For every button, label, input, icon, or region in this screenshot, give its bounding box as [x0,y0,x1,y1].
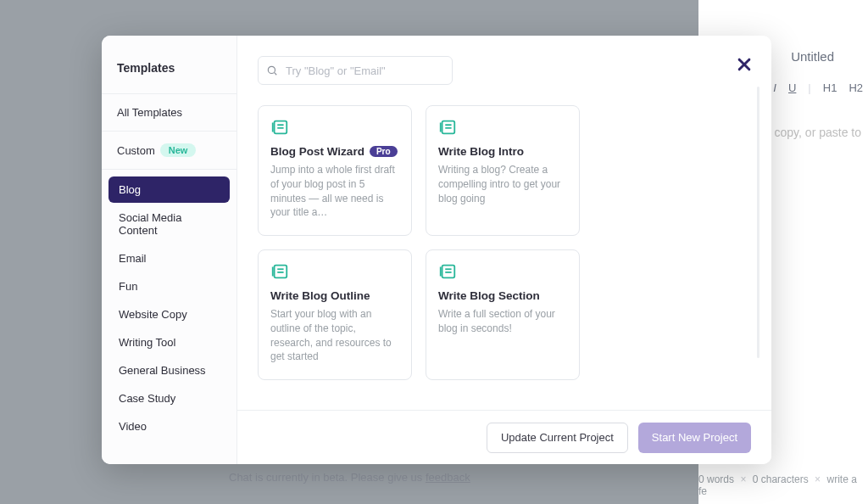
divider: | [808,81,810,94]
card-desc: Writing a blog? Create a compelling intr… [438,163,567,205]
sidebar-item-custom[interactable]: Custom New [102,132,236,169]
close-button[interactable] [736,56,753,73]
template-cards: Blog Post Wizard Pro Jump into a whole f… [258,105,746,380]
feedback-link[interactable]: feedback [426,471,470,484]
search-input[interactable] [258,56,453,85]
beta-note: Chat is currently in beta. Please give u… [229,471,470,484]
card-title: Blog Post Wizard [270,145,364,158]
search-icon [266,64,278,76]
status-bar: 0 words × 0 characters × write a fe [698,473,861,497]
card-title: Write Blog Outline [270,289,370,302]
format-toolbar: I U | H1 H2 [773,81,868,94]
char-count: 0 characters [753,473,809,485]
editor-hint: g, copy, or paste to [761,126,861,139]
template-icon [438,262,567,281]
category-fun[interactable]: Fun [108,273,230,300]
category-writing[interactable]: Writing Tool [108,329,230,356]
card-title: Write Blog Intro [438,145,524,158]
sidebar-title: Templates [102,56,236,93]
card-title: Write Blog Section [438,289,540,302]
underline-icon[interactable]: U [788,81,796,94]
svg-point-0 [268,66,275,73]
svg-line-1 [275,73,277,76]
template-card[interactable]: Write Blog Section Write a full section … [426,249,580,380]
template-card[interactable]: Write Blog Outline Start your blog with … [258,249,412,380]
template-icon [438,118,567,137]
modal-main: Blog Post Wizard Pro Jump into a whole f… [237,36,771,464]
category-video[interactable]: Video [108,413,230,440]
sidebar-item-label: All Templates [117,106,182,119]
update-project-button[interactable]: Update Current Project [487,423,628,453]
sidebar-item-all[interactable]: All Templates [102,94,236,132]
card-desc: Jump into a whole first draft of your bl… [270,163,399,220]
italic-icon[interactable]: I [773,81,776,94]
doc-title: Untitled [791,49,834,64]
templates-modal: Templates All Templates Custom New Blog … [102,36,771,464]
h2-button[interactable]: H2 [849,81,863,94]
modal-footer: Update Current Project Start New Project [237,410,771,464]
category-website[interactable]: Website Copy [108,301,230,328]
card-desc: Start your blog with an outline of the t… [270,307,399,364]
search-wrap [258,56,453,85]
template-icon [270,262,399,281]
h1-button[interactable]: H1 [823,81,837,94]
category-business[interactable]: General Business [108,357,230,384]
category-list: Blog Social Media Content Email Fun Webs… [102,170,236,448]
sidebar: Templates All Templates Custom New Blog … [102,36,237,464]
template-card[interactable]: Write Blog Intro Writing a blog? Create … [426,105,580,236]
category-blog[interactable]: Blog [108,176,230,203]
category-social[interactable]: Social Media Content [108,204,230,244]
template-card[interactable]: Blog Post Wizard Pro Jump into a whole f… [258,105,412,236]
card-desc: Write a full section of your blog in sec… [438,307,567,336]
sidebar-item-label: Custom [117,144,155,157]
category-email[interactable]: Email [108,245,230,272]
category-case-study[interactable]: Case Study [108,385,230,412]
start-project-button[interactable]: Start New Project [638,423,751,453]
new-badge: New [160,143,197,157]
scrollbar[interactable] [757,87,760,358]
template-icon [270,118,399,137]
word-count: 0 words [698,473,734,485]
pro-badge: Pro [370,146,398,157]
